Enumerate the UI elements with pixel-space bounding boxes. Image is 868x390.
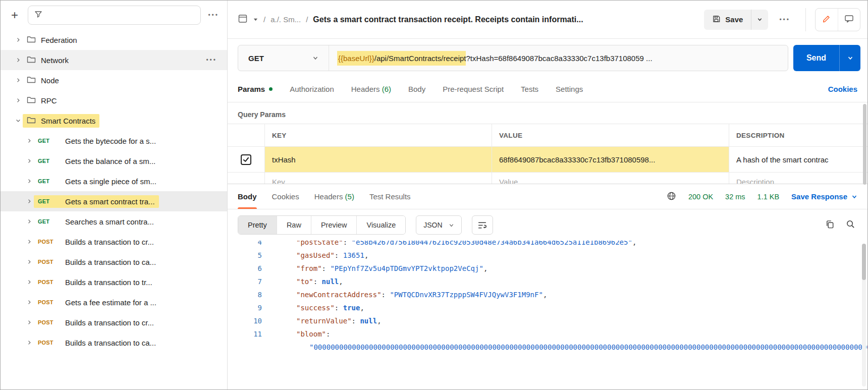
- folder-icon: [27, 55, 36, 65]
- sidebar-request[interactable]: GET Gets the bytecode for a s...: [1, 131, 227, 151]
- sidebar-request-selected[interactable]: GET Gets a smart contract tra...: [1, 191, 227, 211]
- view-visualize[interactable]: Visualize: [357, 216, 405, 234]
- sidebar-request[interactable]: GET Gets a single piece of sm...: [1, 171, 227, 191]
- sidebar-folder-federation[interactable]: Federation: [1, 30, 227, 50]
- sidebar-folder-smart-contracts[interactable]: Smart Contracts: [1, 110, 227, 131]
- search-icon[interactable]: [846, 219, 855, 231]
- view-pretty[interactable]: Pretty: [238, 216, 277, 234]
- chevron-right-icon[interactable]: [15, 77, 22, 83]
- chevron-right-icon[interactable]: [26, 239, 33, 245]
- checkbox-column-header: [228, 124, 265, 146]
- chevron-right-icon[interactable]: [26, 279, 33, 285]
- save-button[interactable]: Save: [704, 10, 751, 30]
- breadcrumb-collection[interactable]: a./. Sm...: [270, 15, 301, 24]
- send-options-caret[interactable]: [839, 45, 860, 71]
- url-input[interactable]: {{baseUrl}}/api/SmartContracts/receipt?t…: [329, 45, 788, 71]
- tab-pre-request-script[interactable]: Pre-request Script: [443, 85, 504, 93]
- folder-label: Node: [41, 76, 59, 85]
- request-title[interactable]: Gets a smart contract transaction receip…: [313, 15, 699, 24]
- status-badge[interactable]: 200 OK: [688, 193, 713, 201]
- highlighted-folder: Smart Contracts: [23, 114, 99, 128]
- sidebar-folder-rpc[interactable]: RPC: [1, 90, 227, 110]
- chevron-right-icon[interactable]: [15, 37, 22, 43]
- tab-headers[interactable]: Headers (6): [351, 85, 391, 93]
- sidebar-filter-input[interactable]: [28, 6, 201, 25]
- tab-body[interactable]: Body: [408, 85, 425, 93]
- chevron-right-icon[interactable]: [26, 319, 33, 325]
- json-sep: :: [352, 317, 360, 325]
- sidebar-request[interactable]: POST Gets a fee estimate for a ...: [1, 292, 227, 312]
- sidebar-request[interactable]: POST Builds a transaction to tr...: [1, 272, 227, 292]
- edit-button[interactable]: [816, 9, 838, 31]
- sidebar-more-icon[interactable]: •••: [208, 12, 219, 19]
- response-tab-cookies[interactable]: Cookies: [272, 184, 299, 209]
- format-select[interactable]: JSON: [416, 215, 461, 235]
- tab-authorization[interactable]: Authorization: [290, 85, 334, 93]
- param-key-placeholder[interactable]: Key: [265, 173, 492, 184]
- param-description-placeholder[interactable]: Description: [729, 173, 867, 184]
- sidebar-folder-node[interactable]: Node: [1, 70, 227, 90]
- globe-icon[interactable]: [667, 191, 676, 202]
- tab-params[interactable]: Params: [238, 85, 273, 93]
- response-time[interactable]: 32 ms: [725, 193, 745, 201]
- sidebar-request[interactable]: POST Builds a transaction to ca...: [1, 332, 227, 353]
- table-row: txHash 68f8649087bcac8a33330c7c13fb37108…: [228, 147, 867, 173]
- chevron-down-icon[interactable]: [15, 118, 22, 124]
- line-number: 8: [228, 288, 274, 301]
- main-scrollbar-thumb[interactable]: [863, 104, 866, 185]
- response-body-viewer[interactable]: 4 "postState": "e58b4267d7561804476216c9…: [228, 241, 867, 389]
- cookies-link[interactable]: Cookies: [828, 85, 857, 93]
- param-checkbox-checked[interactable]: [241, 154, 251, 165]
- request-label: Gets a smart contract tra...: [65, 197, 155, 206]
- sidebar-request[interactable]: POST Builds a transaction to cr...: [1, 232, 227, 252]
- tab-settings[interactable]: Settings: [556, 85, 583, 93]
- chevron-right-icon[interactable]: [26, 259, 33, 265]
- code-line: 10 "returnValue": null,: [228, 314, 867, 327]
- code-scrollbar-thumb[interactable]: [862, 244, 866, 280]
- sidebar-request[interactable]: POST Builds a transaction to cr...: [1, 312, 227, 332]
- json-sep: :: [335, 304, 343, 312]
- sidebar-folder-network[interactable]: Network •••: [1, 50, 227, 70]
- pencil-icon: [822, 14, 831, 25]
- line-number: 10: [228, 314, 274, 327]
- sidebar-request[interactable]: POST Builds a transaction to ca...: [1, 252, 227, 272]
- chevron-right-icon[interactable]: [26, 198, 33, 204]
- view-preview[interactable]: Preview: [311, 216, 357, 234]
- request-more-icon[interactable]: •••: [773, 16, 796, 23]
- method-select[interactable]: GET: [238, 45, 329, 71]
- chevron-right-icon[interactable]: [26, 158, 33, 164]
- response-tab-body[interactable]: Body: [238, 184, 257, 209]
- wrap-text-button[interactable]: [472, 215, 493, 235]
- chevron-right-icon[interactable]: [15, 57, 22, 63]
- view-raw[interactable]: Raw: [277, 216, 311, 234]
- app-window: + ••• Federation Network ••• Node: [0, 0, 868, 390]
- param-value-cell[interactable]: 68f8649087bcac8a33330c7c13fb371080598...: [492, 147, 729, 172]
- save-response-button[interactable]: Save Response: [791, 192, 857, 201]
- send-button[interactable]: Send: [793, 45, 839, 71]
- response-tab-test-results[interactable]: Test Results: [369, 184, 411, 209]
- chevron-right-icon[interactable]: [26, 299, 33, 305]
- response-tab-headers[interactable]: Headers (5): [314, 184, 354, 209]
- comments-button[interactable]: [838, 9, 860, 31]
- copy-icon[interactable]: [825, 219, 835, 231]
- sidebar-request[interactable]: GET Searches a smart contra...: [1, 211, 227, 232]
- new-tab-button[interactable]: +: [9, 9, 21, 21]
- param-key-cell[interactable]: txHash: [265, 147, 492, 172]
- chevron-right-icon[interactable]: [26, 138, 33, 144]
- response-size[interactable]: 1.1 KB: [757, 193, 780, 201]
- url-path: /api/SmartContracts/receipt: [374, 51, 466, 66]
- chevron-right-icon[interactable]: [26, 218, 33, 225]
- chevron-right-icon[interactable]: [26, 178, 33, 184]
- collection-caret-icon[interactable]: [253, 15, 258, 24]
- folder-more-icon[interactable]: •••: [206, 57, 227, 64]
- param-value-placeholder[interactable]: Value: [492, 173, 729, 184]
- json-value: null: [322, 277, 339, 286]
- chevron-right-icon[interactable]: [26, 340, 33, 346]
- sidebar-request[interactable]: GET Gets the balance of a sm...: [1, 151, 227, 171]
- param-description-cell[interactable]: A hash of the smart contrac: [729, 147, 867, 172]
- chevron-right-icon[interactable]: [15, 97, 22, 103]
- tab-tests[interactable]: Tests: [521, 85, 538, 93]
- code-scrollbar[interactable]: [862, 244, 866, 386]
- param-enabled-cell: [228, 173, 265, 184]
- save-options-caret[interactable]: [751, 10, 768, 30]
